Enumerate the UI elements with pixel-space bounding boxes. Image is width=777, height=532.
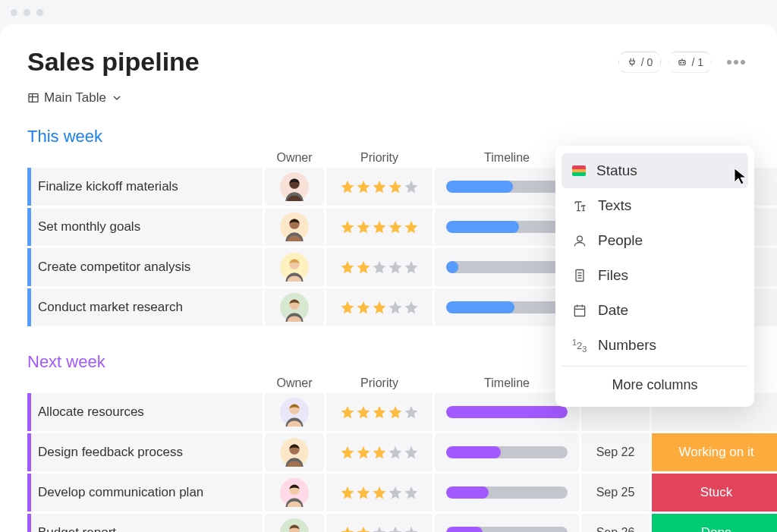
status-icon: [572, 165, 586, 176]
avatar: [280, 212, 309, 241]
star-rating: [340, 445, 419, 460]
task-name-cell[interactable]: Budget report: [27, 514, 263, 532]
date-cell[interactable]: Sep 22: [581, 433, 650, 471]
status-column-cell[interactable]: Stuck: [652, 474, 777, 512]
star-rating: [340, 485, 419, 500]
star-rating: [340, 219, 419, 235]
svg-rect-3: [29, 94, 38, 102]
dd-item-label: Files: [598, 267, 628, 284]
add-column-dropdown: StatusTextsPeopleFilesDate123Numbers Mor…: [555, 146, 754, 407]
avatar: [280, 293, 309, 322]
star-rating: [340, 300, 419, 315]
robot-icon: [677, 57, 687, 68]
automations-badge[interactable]: / 1: [668, 52, 712, 73]
table-row: Budget report Sep 26 Done: [27, 514, 750, 532]
avatar: [280, 518, 309, 532]
group-title[interactable]: This week: [27, 127, 750, 146]
avatar: [280, 253, 309, 282]
col-header-owner[interactable]: Owner: [265, 376, 324, 390]
status-cell[interactable]: Working on it: [652, 433, 777, 471]
status-column-cell[interactable]: Working on it: [652, 433, 777, 471]
status-column-cell[interactable]: Done: [652, 514, 777, 532]
timeline-cell[interactable]: [435, 514, 579, 532]
priority-cell[interactable]: [326, 248, 433, 286]
task-name-cell[interactable]: Set monthly goals: [27, 208, 263, 246]
task-name-cell[interactable]: Conduct market research: [27, 288, 263, 326]
files-icon: [572, 268, 587, 283]
svg-point-20: [577, 236, 583, 241]
priority-cell[interactable]: [326, 393, 433, 431]
table-row: Design feedback process Sep 22 Working o…: [27, 433, 750, 471]
owner-cell[interactable]: [265, 514, 324, 532]
avatar: [280, 398, 309, 427]
owner-cell[interactable]: [265, 433, 324, 471]
avatar: [280, 172, 309, 201]
dd-item-label: Texts: [598, 197, 631, 214]
dd-item-label: Numbers: [598, 337, 656, 354]
star-rating: [340, 179, 419, 194]
people-icon: [572, 233, 587, 248]
more-columns-button[interactable]: More columns: [562, 366, 748, 399]
avatar: [280, 478, 309, 507]
task-name-cell[interactable]: Finalize kickoff materials: [27, 168, 263, 206]
priority-cell[interactable]: [326, 433, 433, 471]
view-label: Main Table: [44, 90, 106, 105]
task-name-cell[interactable]: Create competitor analysis: [27, 248, 263, 286]
priority-cell[interactable]: [326, 208, 433, 246]
status-cell[interactable]: Stuck: [652, 474, 777, 512]
window-traffic-lights: [11, 9, 43, 16]
plug-icon: [627, 57, 637, 68]
integrations-badge[interactable]: / 0: [618, 52, 662, 73]
avatar: [280, 438, 309, 467]
status-cell[interactable]: Done: [652, 514, 777, 532]
chevron-down-icon: [111, 92, 123, 104]
star-rating: [340, 405, 419, 420]
timeline-cell[interactable]: [435, 433, 579, 471]
priority-cell[interactable]: [326, 474, 433, 512]
priority-cell[interactable]: [326, 168, 433, 206]
date-cell[interactable]: Sep 25: [581, 474, 650, 512]
dd-item-label: Status: [596, 162, 637, 179]
col-header-priority[interactable]: Priority: [326, 151, 433, 165]
column-type-date[interactable]: Date: [562, 293, 748, 328]
column-type-numbers[interactable]: 123Numbers: [562, 328, 748, 363]
priority-cell[interactable]: [326, 288, 433, 326]
svg-point-2: [684, 62, 684, 63]
owner-cell[interactable]: [265, 288, 324, 326]
col-header-priority[interactable]: Priority: [326, 376, 433, 390]
column-type-texts[interactable]: Texts: [562, 188, 748, 223]
column-type-status[interactable]: Status: [562, 153, 748, 188]
more-menu-button[interactable]: [722, 55, 750, 69]
table-row: Develop communication plan Sep 25 Stuck: [27, 474, 750, 512]
owner-cell[interactable]: [265, 168, 324, 206]
column-type-files[interactable]: Files: [562, 258, 748, 293]
dd-item-label: Date: [598, 302, 628, 319]
date-icon: [572, 303, 587, 318]
star-rating: [340, 525, 419, 532]
owner-cell[interactable]: [265, 208, 324, 246]
dd-item-label: People: [598, 232, 643, 249]
owner-cell[interactable]: [265, 248, 324, 286]
page-title: Sales pipeline: [27, 47, 200, 77]
svg-point-1: [681, 62, 681, 63]
col-header-owner[interactable]: Owner: [265, 151, 324, 165]
star-rating: [340, 260, 419, 275]
numbers-icon: 123: [572, 338, 587, 353]
column-type-people[interactable]: People: [562, 223, 748, 258]
text-icon: [572, 198, 587, 213]
date-cell[interactable]: Sep 26: [581, 514, 650, 532]
task-name-cell[interactable]: Allocate resources: [27, 393, 263, 431]
table-icon: [27, 92, 39, 104]
priority-cell[interactable]: [326, 514, 433, 532]
owner-cell[interactable]: [265, 393, 324, 431]
task-name-cell[interactable]: Design feedback process: [27, 433, 263, 471]
svg-rect-22: [574, 306, 584, 316]
view-selector[interactable]: Main Table: [27, 90, 750, 105]
task-name-cell[interactable]: Develop communication plan: [27, 474, 263, 512]
timeline-cell[interactable]: [435, 474, 579, 512]
owner-cell[interactable]: [265, 474, 324, 512]
